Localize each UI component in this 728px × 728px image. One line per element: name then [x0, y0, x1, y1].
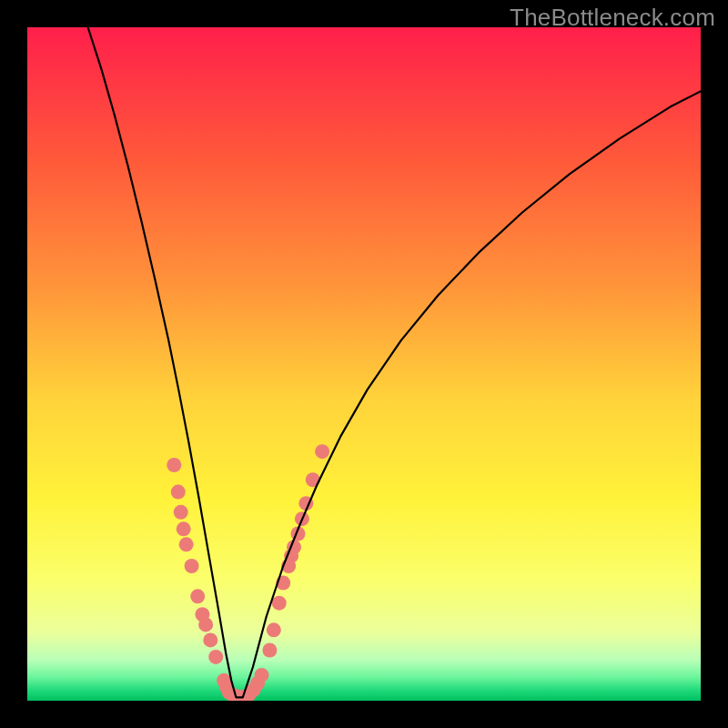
scatter-point — [174, 505, 188, 520]
chart-frame: TheBottleneck.com — [0, 0, 728, 728]
scatter-point — [208, 650, 223, 664]
scatter-point — [262, 643, 277, 658]
scatter-point — [198, 617, 213, 632]
scatter-point — [272, 596, 287, 611]
plot-area — [27, 27, 701, 701]
scatter-point — [185, 559, 199, 573]
bottleneck-curve — [88, 27, 701, 697]
scatter-points — [167, 444, 329, 701]
scatter-point — [167, 458, 181, 472]
scatter-point — [190, 589, 205, 603]
scatter-point — [171, 485, 186, 500]
scatter-point — [177, 521, 191, 536]
scatter-point — [267, 622, 281, 637]
watermark-text: TheBottleneck.com — [510, 4, 715, 32]
scatter-point — [315, 444, 329, 459]
scatter-point — [179, 537, 194, 551]
scatter-point — [255, 668, 269, 682]
scatter-point — [203, 632, 217, 647]
curve-layer — [27, 27, 701, 701]
